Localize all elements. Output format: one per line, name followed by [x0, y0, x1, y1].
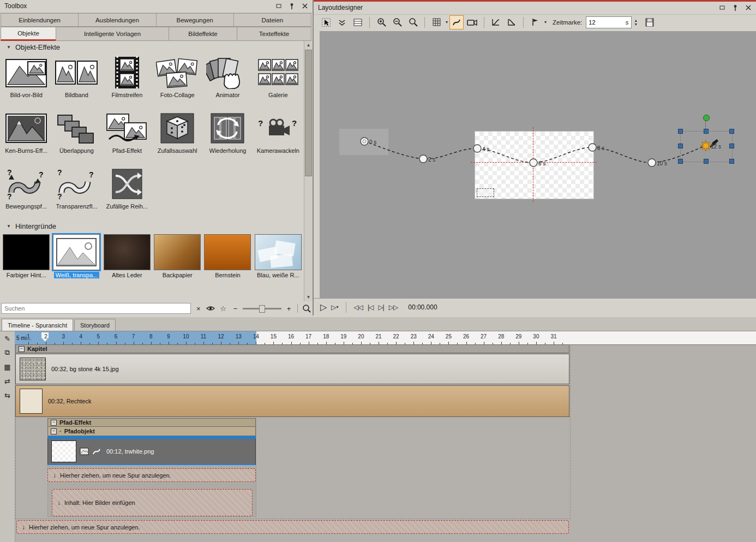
scroll-down-icon[interactable]: ▼ [304, 293, 313, 301]
zoom-in-icon[interactable] [374, 15, 388, 29]
zeitmarke-spinner[interactable]: ▲▼ [634, 19, 638, 26]
chevron-double-down-icon[interactable] [335, 15, 349, 29]
collapse-subgroup-icon[interactable]: − [51, 428, 57, 434]
toolbox-item-foto-collage[interactable]: Foto-Collage [152, 53, 202, 109]
path-point[interactable] [361, 138, 368, 145]
swap-icon[interactable]: ⇄ [0, 374, 15, 388]
path-point[interactable] [589, 144, 596, 151]
toolbox-item-blau-weiße-r[interactable]: Blau, weiße R... [253, 232, 303, 287]
toolbox-item-pfad-effekt[interactable]: Pfad-Effekt [102, 109, 152, 164]
duplicate-icon[interactable]: ⧉ [0, 346, 15, 360]
spin-down-icon[interactable]: ▼ [634, 22, 638, 26]
grid-icon[interactable] [429, 15, 443, 29]
dropdown-caret-icon[interactable]: ▾ [446, 20, 448, 25]
toolbox-item-bildband[interactable]: Bildband [51, 53, 101, 109]
save-icon[interactable] [643, 15, 657, 29]
section-header-objekt-effekte[interactable]: ▼ Objekt-Effekte [0, 41, 304, 53]
timemark-list-icon[interactable] [528, 15, 542, 29]
toolbox-tab-texteffekte[interactable]: Texteffekte [237, 27, 311, 41]
collapse-group-icon[interactable]: − [51, 420, 57, 426]
select-tool-icon[interactable] [319, 15, 333, 29]
timeline-tab-timeline-spuransicht[interactable]: Timeline - Spuransicht [2, 319, 73, 331]
toolbox-item-bild-vor-bild[interactable]: Bild-vor-Bild [1, 53, 51, 109]
toolbox-item-filmstreifen[interactable]: Filmstreifen [102, 53, 152, 109]
toolbox-item-farbiger-hint[interactable]: Farbiger Hint... [1, 232, 51, 287]
zoom-plus-icon[interactable]: + [284, 303, 294, 313]
path-point[interactable] [419, 155, 427, 163]
toolbox-tab-objekte[interactable]: Objekte [1, 27, 56, 41]
toolbox-item-animator[interactable]: Animator [202, 53, 253, 109]
dropdown-caret-icon[interactable]: ▾ [544, 20, 547, 25]
toolbox-item-bewegungspf[interactable]: ???Bewegungspf... [1, 164, 51, 220]
path-point[interactable] [648, 159, 656, 166]
clear-search-icon[interactable]: × [194, 303, 203, 313]
play-icon[interactable]: ▷ [320, 302, 326, 312]
collapse-chapter-icon[interactable]: − [19, 346, 25, 352]
camera-icon[interactable] [465, 15, 479, 29]
toolbox-item-kamerawackeln[interactable]: ??Kamerawackeln [253, 109, 303, 164]
section-header-hintergruende[interactable]: ▼ Hintergründe [0, 220, 304, 232]
spin-up-icon[interactable]: ▲ [634, 19, 638, 22]
zoom-minus-icon[interactable]: − [231, 303, 241, 313]
dropdown-caret-icon[interactable]: ▾ [337, 305, 338, 309]
toolbox-item-zufällige-reih[interactable]: Zufällige Reih... [102, 164, 152, 220]
favorites-star-icon[interactable]: ☆ [218, 303, 228, 313]
toolbox-item-weiß-transpa[interactable]: Weiß, transpa... [51, 232, 101, 287]
toolbox-item-wiederholung[interactable]: Wiederholung [202, 109, 253, 164]
toolbox-titlebar[interactable]: Toolbox [0, 0, 313, 13]
chapter-header[interactable]: − Kapitel [15, 344, 569, 353]
selection-handle[interactable] [678, 159, 683, 164]
toolbox-item-ken-burns-eff[interactable]: Ken-Burns-Eff... [1, 109, 51, 164]
pin-icon[interactable] [731, 3, 740, 12]
toolbox-tab-einblendungen[interactable]: Einblendungen [1, 13, 79, 27]
curve-tool-icon[interactable] [449, 15, 464, 29]
scrollbar-thumb[interactable] [305, 50, 312, 176]
toolbox-tab-intelligente-vorlagen[interactable]: Intelligente Vorlagen [56, 27, 169, 41]
zeitmarke-input[interactable] [586, 19, 626, 26]
dropzone-bottom[interactable]: ↓ Hierher ziehen, um neue Spur anzulegen… [16, 520, 569, 534]
layout-canvas[interactable]: 0 s2 s4 s6 s8 s10 s12 s [320, 31, 756, 299]
skip-end-icon[interactable]: ▷▷ [389, 303, 398, 311]
pin-icon[interactable] [287, 2, 296, 10]
fade-in-curve-icon[interactable] [489, 15, 503, 29]
close-icon[interactable] [301, 2, 309, 10]
fade-out-curve-icon[interactable] [505, 15, 519, 29]
rotation-handle[interactable] [703, 115, 710, 121]
rows-icon[interactable] [351, 15, 365, 29]
timeline-ruler[interactable]: 5 mi... 12345678910111213141516171819202… [15, 331, 756, 345]
toolbox-tab-dateien[interactable]: Dateien [233, 13, 311, 27]
selection-handle[interactable] [678, 144, 683, 148]
selection-handle[interactable] [678, 129, 683, 134]
path-object-header[interactable]: − · Pfadobjekt [47, 427, 256, 436]
dropzone-content[interactable]: ↓ Inhalt: Hier Bilder einfügen [52, 489, 253, 516]
thumbnail-size-slider[interactable] [243, 305, 281, 312]
track-background-image[interactable]: 00:32, bg stone 4k 15.jpg [15, 354, 569, 384]
selection-handle[interactable] [729, 129, 734, 134]
path-point[interactable] [473, 145, 481, 152]
toolbox-item-überlappung[interactable]: Überlappung [51, 109, 101, 164]
selection-handle[interactable] [704, 129, 709, 134]
toolbox-item-galerie[interactable]: Galerie [253, 53, 303, 109]
preview-magnifier-icon[interactable] [302, 303, 311, 313]
eye-icon[interactable] [206, 303, 216, 313]
step-forward-icon[interactable]: ▷| [378, 303, 383, 311]
exchange-icon[interactable]: ⇆ [0, 388, 15, 402]
step-back-icon[interactable]: |◁ [368, 303, 373, 311]
zoom-out-icon[interactable] [390, 15, 404, 29]
zoom-fit-icon[interactable] [406, 15, 420, 29]
toolbox-item-transparenzfl[interactable]: ???Transparenzfl... [51, 164, 101, 220]
selection-handle[interactable] [704, 159, 709, 164]
toolbox-scrollbar[interactable]: ▲ ▼ [304, 41, 313, 301]
selection-handle[interactable] [729, 159, 734, 164]
scroll-up-icon[interactable]: ▲ [304, 41, 313, 49]
path-point[interactable] [530, 159, 537, 166]
toolbox-item-backpapier[interactable]: Backpapier [152, 232, 202, 287]
timeline-tab-storyboard[interactable]: Storyboard [74, 319, 116, 331]
skip-start-icon[interactable]: ◁◁ [354, 303, 363, 311]
path-effect-header[interactable]: − Pfad-Effekt [47, 418, 256, 427]
play-from-timemark-icon[interactable]: ▷▾ [331, 303, 338, 311]
restore-icon[interactable] [718, 3, 727, 12]
track-rectangle[interactable]: 00:32, Rechteck [15, 385, 569, 417]
toolbox-item-bernstein[interactable]: Bernstein [202, 232, 253, 287]
edit-icon[interactable]: ✎ [0, 331, 15, 346]
